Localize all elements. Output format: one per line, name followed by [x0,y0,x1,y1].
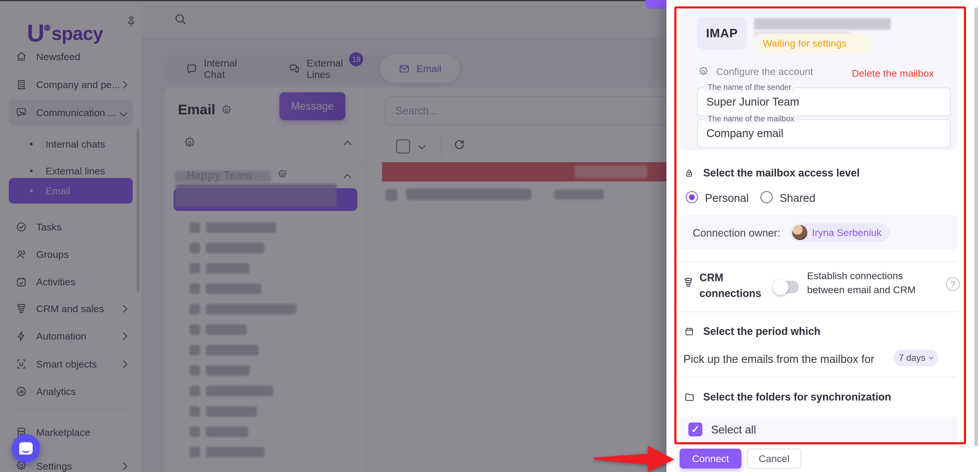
sender-name-input[interactable] [706,88,939,115]
folder-icon [684,391,695,403]
period-value: 7 days [899,353,925,363]
avatar [792,225,807,240]
uspacy-app: U spacy Newsfeed Company and pe... Commu… [0,0,980,472]
radio-personal[interactable] [686,191,698,203]
status-badge: Waiting for settings [753,34,872,53]
mailbox-name-field: The name of the mailbox [697,119,951,148]
crm-connections-title: CRM connections [699,270,772,301]
modal-dim-overlay[interactable] [0,0,667,472]
section-title-label: Select the mailbox access level [703,167,859,179]
calendar-icon [684,326,695,336]
section-divider [679,261,957,262]
radio-personal-label[interactable]: Personal [705,192,749,204]
period-row-label: Pick up the emails from the mailbox for [683,353,874,365]
section-title-label: Select the period which [703,325,821,338]
connect-button[interactable]: Connect [679,449,741,469]
section-divider [679,311,957,312]
mailbox-name-input[interactable] [706,120,939,147]
support-chat-fab[interactable] [12,434,40,462]
radio-shared[interactable] [760,191,773,203]
cancel-button[interactable]: Cancel [747,449,801,469]
annotation-arrow [589,439,677,472]
top-edge-line [0,0,667,1]
redacted-email-address [754,18,891,30]
mailbox-settings-drawer: IMAP Waiting for settings Configure the … [667,0,980,472]
funnel-icon [682,277,694,288]
period-section-title: Select the period which [684,325,821,338]
access-level-section-title: Select the mailbox access level [684,167,859,179]
drawer-scrollbar[interactable] [974,7,978,446]
owner-chip[interactable]: Iryna Serbeniuk [791,223,889,242]
crm-connections-toggle[interactable] [774,281,799,293]
select-all-label: Select all [711,424,756,436]
configure-account-label: Configure the account [716,66,813,77]
hidden-action-button[interactable] [645,0,667,9]
protocol-badge: IMAP [697,17,747,49]
select-all-checkbox[interactable]: ✓ [688,423,702,437]
section-title-label: Select the folders for synchronization [703,391,891,403]
connection-owner-label: Connection owner: [693,227,780,239]
period-select[interactable]: 7 days [893,349,938,367]
lock-icon [684,168,695,178]
toggle-knob [773,279,788,295]
select-all-row: ✓ Select all [679,416,957,442]
sender-name-field: The name of the sender [697,88,951,116]
chevron-down-icon [929,355,934,360]
help-icon[interactable]: ? [946,277,960,291]
chat-bubble-icon [19,442,33,454]
configure-account-link[interactable]: Configure the account [698,66,813,77]
gear-icon [698,66,709,77]
owner-name: Iryna Serbeniuk [812,227,881,238]
radio-shared-label[interactable]: Shared [780,192,816,204]
section-divider [679,377,957,378]
delete-mailbox-link[interactable]: Delete the mailbox [852,68,934,79]
folders-section-title: Select the folders for synchronization [684,391,891,403]
connection-owner-row: Connection owner: Iryna Serbeniuk [679,215,957,250]
crm-connections-description: Establish connections between email and … [807,269,939,297]
